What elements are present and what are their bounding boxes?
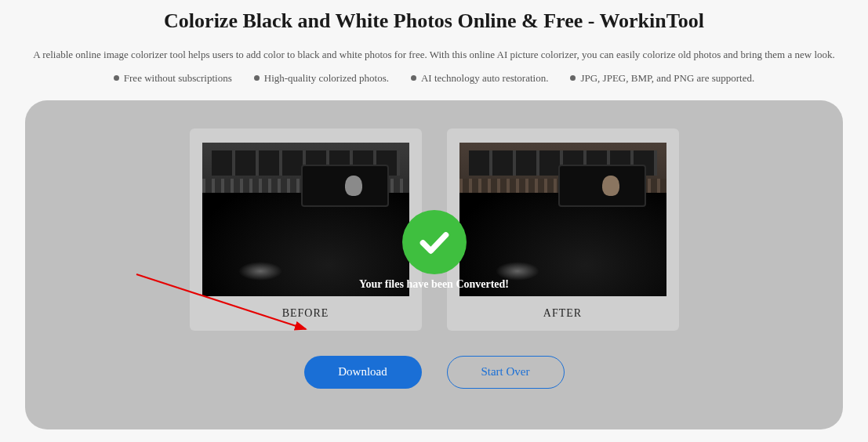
success-message: Your files have been Converted! [359, 278, 509, 291]
after-image [459, 143, 666, 296]
feature-text: AI technology auto restoration. [421, 72, 548, 85]
after-label: AFTER [459, 307, 666, 320]
before-label: BEFORE [202, 307, 409, 320]
bullet-icon [570, 75, 576, 81]
after-card: AFTER [447, 129, 679, 331]
page-description: A reliable online image colorizer tool h… [16, 47, 852, 63]
bullet-icon [114, 75, 119, 81]
bullet-icon [411, 75, 416, 81]
feature-text: Free without subscriptions [124, 72, 232, 85]
action-buttons: Download Start Over [56, 356, 812, 389]
feature-item: Free without subscriptions [114, 72, 232, 85]
success-badge [402, 210, 467, 274]
checkmark-icon [417, 225, 452, 259]
result-panel: BEFORE AFTER Your files have been Conver… [25, 100, 843, 429]
feature-item: JPG, JPEG, BMP, and PNG are supported. [570, 72, 754, 85]
download-button[interactable]: Download [304, 356, 422, 389]
feature-item: High-quality colorized photos. [254, 72, 389, 85]
page-title: Colorize Black and White Photos Online &… [16, 9, 852, 33]
bullet-icon [254, 75, 260, 81]
feature-item: AI technology auto restoration. [411, 72, 548, 85]
feature-text: High-quality colorized photos. [264, 72, 389, 85]
features-list: Free without subscriptions High-quality … [16, 72, 852, 85]
feature-text: JPG, JPEG, BMP, and PNG are supported. [580, 72, 754, 85]
before-card: BEFORE [190, 129, 422, 331]
start-over-button[interactable]: Start Over [447, 356, 565, 389]
before-image [202, 143, 409, 296]
